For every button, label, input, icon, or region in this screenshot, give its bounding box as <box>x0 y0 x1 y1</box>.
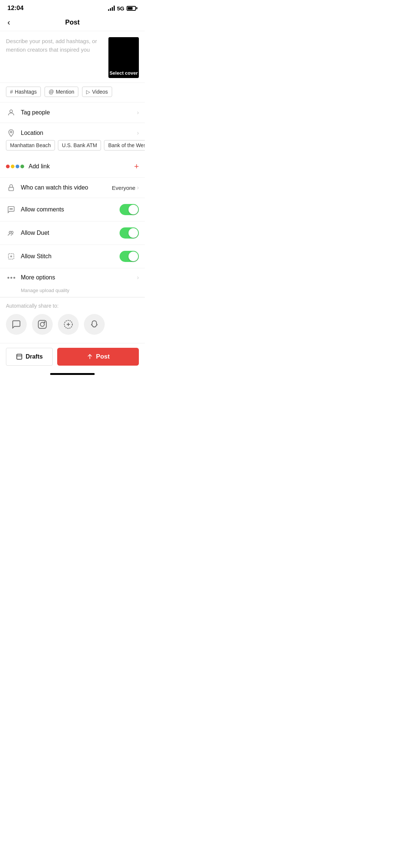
svg-point-7 <box>11 231 13 233</box>
svg-point-4 <box>11 208 12 209</box>
svg-point-0 <box>10 110 12 113</box>
svg-point-10 <box>40 323 45 327</box>
share-label: Automatically share to: <box>6 303 139 309</box>
home-bar <box>50 373 95 375</box>
add-share-button[interactable] <box>58 314 79 335</box>
share-icons-row <box>6 314 139 340</box>
hash-icon: # <box>10 89 13 95</box>
svg-rect-9 <box>38 320 46 328</box>
manage-upload-text: Manage upload quality <box>0 287 145 297</box>
post-button[interactable]: Post <box>57 348 139 366</box>
allow-duet-label: Allow Duet <box>21 230 120 236</box>
location-chips: Manhattan Beach U.S. Bank ATM Bank of th… <box>0 140 145 156</box>
chip-bank-west-atm[interactable]: Bank of the West ATM <box>104 140 145 150</box>
who-can-watch-value: Everyone <box>112 185 135 191</box>
allow-comments-label: Allow comments <box>21 206 120 213</box>
person-icon <box>6 108 16 117</box>
lock-icon <box>6 184 16 192</box>
videos-label: Videos <box>92 89 108 95</box>
instagram-share-button[interactable] <box>32 314 53 335</box>
share-section: Automatically share to: <box>0 297 145 343</box>
svg-point-11 <box>44 322 45 323</box>
svg-rect-2 <box>9 187 14 191</box>
status-icons: 5G <box>108 5 137 12</box>
duet-icon <box>6 229 16 237</box>
allow-duet-toggle[interactable] <box>120 227 139 239</box>
who-can-watch-value-area: Everyone › <box>112 184 139 191</box>
network-type: 5G <box>117 5 124 12</box>
tag-people-row[interactable]: Tag people › <box>0 103 145 123</box>
cover-label: Select cover <box>108 70 139 76</box>
svg-rect-13 <box>17 354 22 359</box>
location-label: Location <box>21 130 137 136</box>
more-options-label: More options <box>21 274 137 281</box>
comment-icon <box>6 205 16 214</box>
chip-us-bank-atm[interactable]: U.S. Bank ATM <box>58 140 101 150</box>
hashtags-label: Hashtags <box>15 89 37 95</box>
svg-point-1 <box>10 131 12 133</box>
more-options-section: More options › Manage upload quality <box>0 268 145 297</box>
allow-duet-row[interactable]: Allow Duet <box>0 221 145 245</box>
drafts-button[interactable]: Drafts <box>6 348 53 366</box>
chip-manhattan-beach[interactable]: Manhattan Beach <box>6 140 55 150</box>
allow-comments-toggle[interactable] <box>120 204 139 215</box>
play-icon: ▷ <box>86 89 90 95</box>
add-link-label: Add link <box>29 163 134 170</box>
at-icon: @ <box>49 89 54 95</box>
more-options-chevron: › <box>137 274 139 281</box>
link-dots-icon <box>6 165 24 168</box>
location-row[interactable]: Location › <box>0 123 145 140</box>
battery-icon <box>127 6 137 11</box>
page-header: ‹ Post <box>0 15 145 31</box>
hashtags-button[interactable]: # Hashtags <box>6 87 41 97</box>
mention-label: Mention <box>56 89 74 95</box>
more-options-row[interactable]: More options › <box>0 268 145 287</box>
location-chevron: › <box>137 130 139 136</box>
drafts-label: Drafts <box>26 353 43 360</box>
status-time: 12:04 <box>7 4 23 12</box>
description-placeholder: Describe your post, add hashtags, or men… <box>6 38 97 53</box>
plus-icon: + <box>134 162 139 171</box>
tag-people-label: Tag people <box>21 109 137 116</box>
tag-people-chevron: › <box>137 109 139 116</box>
more-options-icon <box>6 277 16 279</box>
snapchat-share-button[interactable] <box>84 314 105 335</box>
description-area: Describe your post, add hashtags, or men… <box>0 31 145 83</box>
stitch-icon <box>6 252 16 260</box>
tags-row: # Hashtags @ Mention ▷ Videos <box>0 83 145 103</box>
allow-stitch-label: Allow Stitch <box>21 253 120 260</box>
who-can-watch-row[interactable]: Who can watch this video Everyone › <box>0 178 145 198</box>
allow-stitch-row[interactable]: Allow Stitch <box>0 245 145 268</box>
back-button[interactable]: ‹ <box>6 16 12 29</box>
home-indicator <box>0 370 145 376</box>
mention-button[interactable]: @ Mention <box>45 87 78 97</box>
post-label: Post <box>96 353 110 360</box>
allow-stitch-toggle[interactable] <box>120 251 139 262</box>
svg-point-5 <box>12 208 13 209</box>
page-title: Post <box>65 19 79 26</box>
signal-icon <box>108 6 115 11</box>
who-can-watch-label: Who can watch this video <box>21 184 112 191</box>
allow-comments-row[interactable]: Allow comments <box>0 198 145 221</box>
bottom-buttons: Drafts Post <box>0 343 145 370</box>
cover-thumbnail[interactable]: Select cover <box>108 37 139 78</box>
svg-point-3 <box>10 208 10 209</box>
description-input[interactable]: Describe your post, add hashtags, or men… <box>6 37 104 54</box>
add-link-row[interactable]: Add link + <box>0 156 145 178</box>
svg-point-6 <box>9 231 12 233</box>
videos-button[interactable]: ▷ Videos <box>82 87 112 97</box>
status-bar: 12:04 5G <box>0 0 145 15</box>
location-icon <box>6 129 16 137</box>
messages-share-button[interactable] <box>6 314 27 335</box>
